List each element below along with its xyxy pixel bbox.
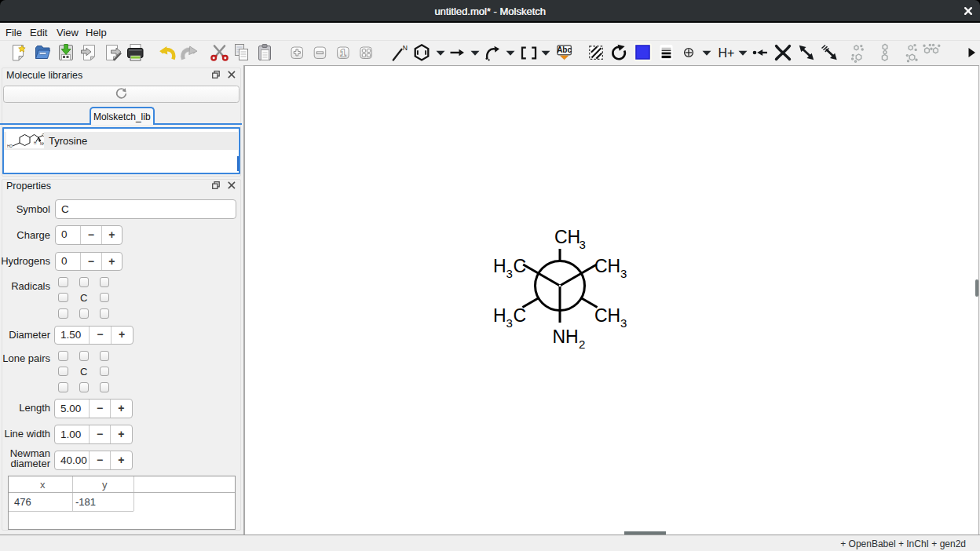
svg-text:O: O [42,133,44,137]
svg-text:CH: CH [554,227,580,247]
svg-text:HO: HO [7,144,13,148]
svg-text:1: 1 [340,48,346,59]
svg-text:H: H [493,305,506,326]
svg-text:3: 3 [580,238,586,251]
svg-text:3: 3 [620,316,627,330]
svg-text:NH: NH [553,327,579,347]
svg-text:N: N [403,44,408,52]
svg-text:2: 2 [579,338,585,351]
svg-text:H: H [493,256,506,276]
svg-text:3: 3 [506,316,513,330]
svg-text:H+: H+ [719,46,735,60]
svg-text:C: C [514,256,527,276]
svg-text:3: 3 [506,267,513,280]
svg-text:3: 3 [620,267,627,280]
svg-text:CH: CH [594,256,620,276]
svg-text:Abc: Abc [557,46,572,54]
svg-text:NH: NH [40,141,44,145]
svg-text:H: H [34,140,36,144]
svg-text:CH: CH [594,305,620,326]
svg-text:C: C [514,305,527,326]
